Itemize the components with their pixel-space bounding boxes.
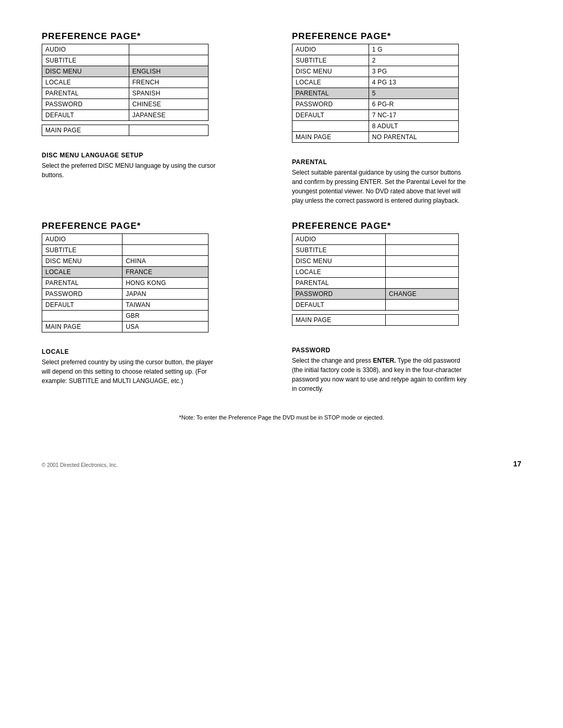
pref-table-disc-menu: AUDIO SUBTITLE DISC MENU ENGLISH LOCALE … bbox=[42, 44, 209, 136]
table-row: DEFAULT JAPANESE bbox=[42, 110, 209, 121]
cell-discmenu-val bbox=[385, 256, 458, 267]
cell-subtitle-val bbox=[123, 245, 209, 256]
table-row: 8 ADULT bbox=[292, 121, 459, 132]
cell-mainpage-val bbox=[385, 315, 458, 326]
cell-subtitle-label: SUBTITLE bbox=[292, 245, 386, 256]
parental-text: Select suitable parental guidance by usi… bbox=[292, 168, 469, 205]
cell-audio-label: AUDIO bbox=[42, 234, 123, 245]
cell-password-label: PASSWORD bbox=[292, 289, 386, 300]
table-row: PASSWORD JAPAN bbox=[42, 289, 209, 300]
table-row: SUBTITLE bbox=[42, 245, 209, 256]
table-row: DEFAULT 7 NC-17 bbox=[292, 110, 459, 121]
cell-discmenu-label: DISC MENU bbox=[42, 256, 123, 267]
cell-locale-val: FRANCE bbox=[123, 267, 209, 278]
pref-section-password: PREFERENCE PAGE* AUDIO SUBTITLE DISC MEN… bbox=[292, 221, 521, 326]
pref-title-2: PREFERENCE PAGE* bbox=[292, 31, 521, 42]
cell-subtitle-val: 2 bbox=[369, 55, 458, 66]
pref-section-disc-menu: PREFERENCE PAGE* AUDIO SUBTITLE DISC MEN… bbox=[42, 31, 271, 136]
cell-discmenu-label: DISC MENU bbox=[292, 66, 369, 77]
cell-empty bbox=[42, 311, 123, 322]
cell-locale-label: LOCALE bbox=[42, 77, 129, 88]
cell-password-val: JAPAN bbox=[123, 289, 209, 300]
bottom-row: PREFERENCE PAGE* AUDIO SUBTITLE DISC MEN… bbox=[42, 221, 521, 393]
cell-spacer bbox=[292, 311, 459, 315]
table-row: MAIN PAGE NO PARENTAL bbox=[292, 132, 459, 143]
password-text-bold: ENTER. bbox=[373, 357, 396, 364]
bottom-right-col: PREFERENCE PAGE* AUDIO SUBTITLE DISC MEN… bbox=[292, 221, 521, 393]
cell-usa-val: USA bbox=[123, 322, 209, 332]
table-row: LOCALE FRENCH bbox=[42, 77, 209, 88]
locale-text: Select preferred country by using the cu… bbox=[42, 357, 219, 386]
page-content: PREFERENCE PAGE* AUDIO SUBTITLE DISC MEN… bbox=[42, 31, 521, 468]
pref-section-locale: PREFERENCE PAGE* AUDIO SUBTITLE DISC MEN… bbox=[42, 221, 271, 332]
table-row: DEFAULT TAIWAN bbox=[42, 300, 209, 311]
table-row bbox=[42, 121, 209, 125]
table-row: LOCALE 4 PG 13 bbox=[292, 77, 459, 88]
cell-mainpage-label: MAIN PAGE bbox=[42, 125, 129, 136]
bottom-left-col: PREFERENCE PAGE* AUDIO SUBTITLE DISC MEN… bbox=[42, 221, 271, 393]
locale-description: LOCALE Select preferred country by using… bbox=[42, 341, 271, 386]
table-row: LOCALE bbox=[292, 267, 459, 278]
pref-table-locale: AUDIO SUBTITLE DISC MENU CHINA LOCALE FR… bbox=[42, 233, 209, 332]
cell-default-label: DEFAULT bbox=[292, 110, 369, 121]
pref-section-parental: PREFERENCE PAGE* AUDIO 1 G SUBTITLE 2 DI… bbox=[292, 31, 521, 143]
cell-parental-val: HONG KONG bbox=[123, 278, 209, 289]
table-row: LOCALE FRANCE bbox=[42, 267, 209, 278]
cell-password-label: PASSWORD bbox=[42, 99, 129, 110]
cell-default-label: DEFAULT bbox=[42, 110, 129, 121]
cell-subtitle-label: SUBTITLE bbox=[42, 245, 123, 256]
cell-discmenu-label: DISC MENU bbox=[42, 66, 129, 77]
page-number: 17 bbox=[513, 460, 521, 468]
cell-locale-val: FRENCH bbox=[129, 77, 208, 88]
table-row: MAIN PAGE bbox=[42, 125, 209, 136]
cell-locale-val: 4 PG 13 bbox=[369, 77, 458, 88]
cell-subtitle-val bbox=[129, 55, 208, 66]
cell-discmenu-val: ENGLISH bbox=[129, 66, 208, 77]
cell-locale-label: LOCALE bbox=[42, 267, 123, 278]
password-description: PASSWORD Select the change and press ENT… bbox=[292, 339, 521, 393]
table-row: SUBTITLE bbox=[42, 55, 209, 66]
table-row: DISC MENU bbox=[292, 256, 459, 267]
cell-parental-label: PARENTAL bbox=[292, 278, 386, 289]
cell-discmenu-label: DISC MENU bbox=[292, 256, 386, 267]
table-row: PASSWORD CHINESE bbox=[42, 99, 209, 110]
cell-mainpage-label: MAIN PAGE bbox=[292, 315, 386, 326]
cell-default-label: DEFAULT bbox=[42, 300, 123, 311]
parental-heading: PARENTAL bbox=[292, 158, 521, 166]
password-text-1: Select the change and press bbox=[292, 357, 373, 364]
pref-title-1: PREFERENCE PAGE* bbox=[42, 31, 271, 42]
top-left-col: PREFERENCE PAGE* AUDIO SUBTITLE DISC MEN… bbox=[42, 31, 271, 205]
disc-menu-text: Select the preferred DISC MENU language … bbox=[42, 161, 219, 180]
table-row: GBR bbox=[42, 311, 209, 322]
cell-locale-val bbox=[385, 267, 458, 278]
cell-spacer bbox=[42, 121, 209, 125]
table-row: PARENTAL 5 bbox=[292, 88, 459, 99]
cell-audio-val: 1 G bbox=[369, 44, 458, 55]
cell-empty bbox=[292, 121, 369, 132]
cell-parental-label: PARENTAL bbox=[42, 278, 123, 289]
cell-audio-label: AUDIO bbox=[292, 44, 369, 55]
table-row: PARENTAL bbox=[292, 278, 459, 289]
cell-default-val: TAIWAN bbox=[123, 300, 209, 311]
cell-subtitle-label: SUBTITLE bbox=[42, 55, 129, 66]
cell-default-val: JAPANESE bbox=[129, 110, 208, 121]
table-row: MAIN PAGE bbox=[292, 315, 459, 326]
disc-menu-heading: DISC MENU LANGUAGE SETUP bbox=[42, 152, 271, 159]
table-row: AUDIO bbox=[292, 234, 459, 245]
table-row: MAIN PAGE USA bbox=[42, 322, 209, 332]
cell-discmenu-val: 3 PG bbox=[369, 66, 458, 77]
cell-password-val: 6 PG-R bbox=[369, 99, 458, 110]
table-row: DEFAULT bbox=[292, 300, 459, 311]
cell-default-val bbox=[385, 300, 458, 311]
cell-default-val: 7 NC-17 bbox=[369, 110, 458, 121]
table-row: AUDIO bbox=[42, 234, 209, 245]
pref-table-password: AUDIO SUBTITLE DISC MENU LOCALE bbox=[292, 233, 459, 326]
table-row: DISC MENU 3 PG bbox=[292, 66, 459, 77]
table-row: PASSWORD CHANGE bbox=[292, 289, 459, 300]
cell-mainpage-val bbox=[129, 125, 208, 136]
pref-title-4: PREFERENCE PAGE* bbox=[292, 221, 521, 231]
cell-subtitle-label: SUBTITLE bbox=[292, 55, 369, 66]
locale-heading: LOCALE bbox=[42, 348, 271, 355]
table-row: PARENTAL HONG KONG bbox=[42, 278, 209, 289]
cell-default-label: DEFAULT bbox=[292, 300, 386, 311]
